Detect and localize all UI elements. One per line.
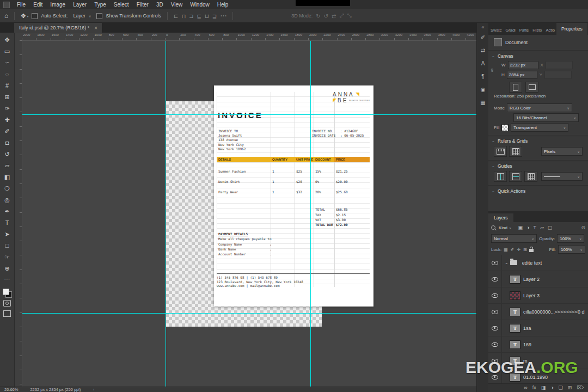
3d-scale-icon[interactable]: ⤡ <box>347 13 351 19</box>
adjustment-layer-icon[interactable]: ◑ <box>550 385 553 390</box>
vertical-ruler[interactable] <box>14 40 22 387</box>
filter-type-layers-icon[interactable]: T <box>533 225 536 230</box>
brush-tool[interactable]: ✐ <box>2 126 13 137</box>
opacity-select[interactable]: 100%∨ <box>557 234 584 243</box>
lock-pixels-icon[interactable]: ✐ <box>511 247 514 252</box>
landscape-orientation-button[interactable] <box>525 82 538 93</box>
panel-tab[interactable]: Actio <box>543 28 556 35</box>
new-horizontal-guide-button[interactable] <box>509 171 522 182</box>
foreground-color-swatch[interactable] <box>3 289 9 295</box>
character-panel-icon[interactable]: A <box>481 60 485 66</box>
screen-mode-button[interactable] <box>2 308 13 318</box>
blur-tool[interactable]: ❍ <box>2 183 13 194</box>
vertical-guide[interactable] <box>310 40 311 387</box>
dodge-tool[interactable]: ◎ <box>2 195 13 205</box>
menu-item[interactable]: 3D <box>152 2 167 8</box>
new-vertical-guide-button[interactable] <box>494 171 507 182</box>
filter-shape-layers-icon[interactable]: ▱ <box>540 225 544 230</box>
align-right-icon[interactable]: ⊐ <box>189 13 193 19</box>
align-bottom-icon[interactable]: ⊒ <box>212 13 217 19</box>
new-layer-icon[interactable]: ⊞ <box>568 385 572 390</box>
guide-style-select[interactable]: ∨ <box>541 172 583 181</box>
horizontal-guide[interactable] <box>22 313 476 314</box>
libraries-panel-icon[interactable]: ▦ <box>480 100 485 106</box>
menu-item[interactable]: File <box>13 2 29 8</box>
menu-item[interactable]: Layer <box>69 2 90 8</box>
delete-layer-icon[interactable]: ⌦ <box>577 385 584 390</box>
menu-item[interactable]: View <box>167 2 187 8</box>
show-transform-checkbox[interactable] <box>96 13 102 19</box>
3d-slide-icon[interactable]: ⤢ <box>339 13 344 19</box>
menu-item[interactable]: Image <box>46 2 69 8</box>
layer-row[interactable]: ⌄ 1sa <box>488 320 588 336</box>
menu-item[interactable]: Window <box>186 2 213 8</box>
horizontal-guide[interactable] <box>22 114 476 115</box>
panel-tab[interactable]: Patte <box>517 28 531 35</box>
quick-actions-section-header[interactable]: ⌄ Quick Actions <box>492 188 525 194</box>
paragraph-panel-icon[interactable]: ¶ <box>481 74 484 79</box>
color-mode-select[interactable]: RGB Color∨ <box>507 103 572 112</box>
layer-thumbnail[interactable] <box>510 308 520 316</box>
auto-select-checkbox[interactable] <box>32 13 38 19</box>
eyedropper-tool[interactable]: ✑ <box>2 103 13 114</box>
gradient-tool[interactable]: ◧ <box>2 172 13 182</box>
layer-row[interactable]: ⌄ Layer 2 <box>488 271 588 287</box>
align-center-horizontal-icon[interactable]: ⊓ <box>181 13 186 19</box>
filter-toggle-icon[interactable]: ⊙ <box>581 225 585 230</box>
align-center-vertical-icon[interactable]: ⊔ <box>205 13 209 19</box>
lock-transparency-icon[interactable]: ▦ <box>504 247 508 252</box>
layer-fill-select[interactable]: 100%∨ <box>558 245 585 254</box>
history-brush-tool[interactable]: ↺ <box>2 149 13 160</box>
active-tool-icon[interactable]: ✥▾ <box>21 13 28 20</box>
filter-smart-objects-icon[interactable]: ▢ <box>548 225 553 230</box>
type-tool[interactable]: T <box>2 218 13 228</box>
lock-artboard-icon[interactable]: ⊞ <box>523 247 527 252</box>
lock-position-icon[interactable]: ✛ <box>517 247 520 252</box>
horizontal-ruler[interactable]: 2000180016001400120010008006004002000200… <box>22 33 476 41</box>
lock-all-icon[interactable] <box>529 249 534 252</box>
canvas-fill-select[interactable]: Transparent∨ <box>511 123 568 132</box>
document-tab[interactable]: Italy id.psd @ 20.7% (RGB/16) * × <box>14 23 103 33</box>
panel-tab[interactable]: Gradi <box>503 28 517 35</box>
brush-settings-panel-icon[interactable]: ✐ <box>481 34 485 40</box>
frame-tool[interactable]: ⊞ <box>2 92 13 102</box>
align-top-icon[interactable]: ⊑ <box>197 13 201 19</box>
group-expand-chevron[interactable]: ⌄ <box>505 260 509 265</box>
layer-visibility-toggle[interactable] <box>488 271 502 287</box>
new-group-icon[interactable]: ❏ <box>559 385 563 390</box>
filter-pixel-layers-icon[interactable]: ▣ <box>518 225 523 230</box>
zoom-level-field[interactable]: 20.66% <box>4 387 18 392</box>
close-tab-icon[interactable]: × <box>94 25 97 31</box>
layer-row[interactable]: ⌄ Layer 3 <box>488 287 588 304</box>
rulers-grids-section-header[interactable]: ⌄ Rulers & Grids <box>492 138 528 144</box>
menu-item[interactable]: Filter <box>133 2 152 8</box>
healing-brush-tool[interactable]: ✚ <box>2 115 13 125</box>
blend-mode-select[interactable]: Normal∨ <box>491 234 537 243</box>
clone-source-panel-icon[interactable]: ⇄ <box>481 47 485 53</box>
color-swatches[interactable] <box>3 289 12 298</box>
panel-tab[interactable]: Histo <box>530 28 543 35</box>
path-selection-tool[interactable]: ➤ <box>2 229 13 240</box>
lasso-tool[interactable]: ∽ <box>2 58 13 68</box>
auto-select-target-dropdown[interactable]: Layer∨ <box>71 12 94 20</box>
canvas-section-header[interactable]: ⌄ Canvas <box>492 53 513 59</box>
layer-effects-icon[interactable]: fx <box>532 385 536 390</box>
guide-layout-button[interactable] <box>524 171 537 182</box>
rectangle-tool[interactable]: □ <box>2 241 13 251</box>
filter-adjustment-layers-icon[interactable]: ◑ <box>526 225 529 230</box>
menu-item[interactable]: Select <box>110 2 133 8</box>
status-menu-chevron[interactable]: › <box>93 387 94 392</box>
layer-thumbnail[interactable] <box>510 275 520 284</box>
align-left-icon[interactable]: ⊏ <box>174 13 178 19</box>
3d-pan-icon[interactable]: ⇄ <box>332 13 336 19</box>
eraser-tool[interactable]: ▱ <box>2 161 13 171</box>
vertical-guide[interactable] <box>166 40 166 387</box>
layer-row[interactable]: ⌄ edite text <box>488 255 588 271</box>
collapse-panels-icon[interactable]: « <box>481 24 484 30</box>
object-selection-tool[interactable]: ◌ <box>2 69 13 79</box>
zoom-tool[interactable]: ⊕ <box>2 264 13 274</box>
hand-tool[interactable]: ☞ <box>2 252 13 262</box>
bit-depth-select[interactable]: 16 Bits/Channel∨ <box>513 113 579 122</box>
clone-stamp-tool[interactable]: ◘ <box>2 138 13 148</box>
layer-thumbnail[interactable] <box>510 291 520 300</box>
